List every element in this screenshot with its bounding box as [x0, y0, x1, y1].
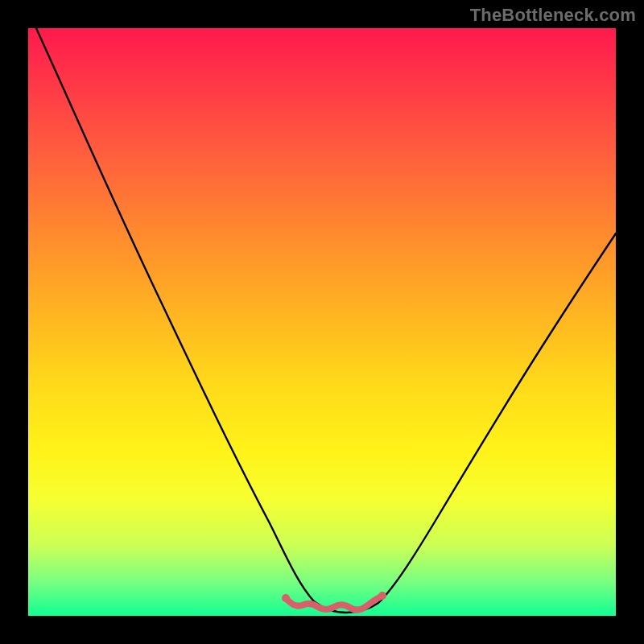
- highlight-dot-left: [282, 594, 290, 602]
- watermark-text: TheBottleneck.com: [470, 5, 636, 26]
- plot-area: [28, 28, 616, 616]
- bottleneck-curve: [36, 28, 616, 613]
- highlight-dot-right: [378, 592, 386, 600]
- chart-svg: [28, 28, 616, 616]
- bottom-highlight: [286, 596, 382, 610]
- chart-frame: TheBottleneck.com: [0, 0, 644, 644]
